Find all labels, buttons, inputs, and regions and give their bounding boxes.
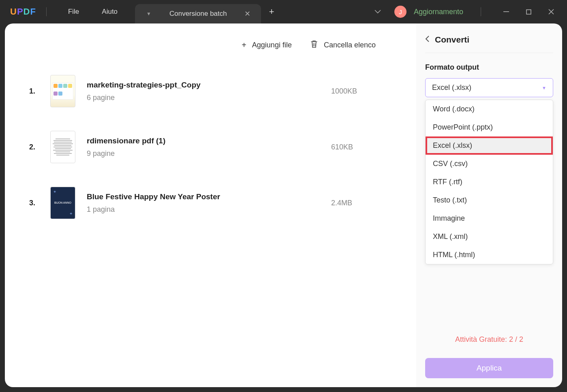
format-option-rtf[interactable]: RTF (.rtf) xyxy=(426,173,553,191)
file-info: rdimensionare pdf (1) 9 pagine xyxy=(87,136,320,158)
chevron-down-icon[interactable] xyxy=(368,8,387,15)
file-list-panel: + Aggiungi file Cancella elenco 1. xyxy=(5,23,416,387)
file-name: Blue Festive Happy New Year Poster xyxy=(87,192,320,201)
file-thumbnail: BUON ANNO xyxy=(50,187,75,219)
maximize-button[interactable] xyxy=(521,9,536,15)
file-size: 610KB xyxy=(331,143,392,151)
titlebar-right: J Aggiornamento xyxy=(368,6,559,18)
apply-button[interactable]: Applica xyxy=(425,358,553,378)
svg-rect-1 xyxy=(526,10,531,14)
format-option-powerpoint[interactable]: PowerPoint (.pptx) xyxy=(426,118,553,136)
plus-icon: + xyxy=(242,40,246,50)
file-number: 1. xyxy=(29,87,39,96)
svg-rect-0 xyxy=(503,11,509,12)
file-actions: + Aggiungi file Cancella elenco xyxy=(29,40,392,51)
menu-help[interactable]: Aiuto xyxy=(90,8,129,16)
new-tab-button[interactable]: + xyxy=(269,6,274,17)
format-option-html[interactable]: HTML (.html) xyxy=(426,246,553,264)
file-info: marketing-strategies-ppt_Copy 6 pagine xyxy=(87,81,320,102)
app-logo: UPDF xyxy=(10,6,36,17)
file-pages: 9 pagine xyxy=(87,149,320,158)
add-file-label: Aggiungi file xyxy=(252,41,292,49)
file-list: 1. marketing-strategies-ppt_Copy 6 pagin… xyxy=(29,75,392,219)
format-option-image[interactable]: Immagine xyxy=(426,209,553,228)
selected-format: Excel (.xlsx) xyxy=(432,83,471,92)
tab-batch-conversion[interactable]: ▼ Conversione batch ✕ xyxy=(135,4,261,23)
clear-list-button[interactable]: Cancella elenco xyxy=(310,40,376,51)
format-label: Formato output xyxy=(425,63,553,72)
add-file-button[interactable]: + Aggiungi file xyxy=(242,40,292,51)
titlebar: UPDF File Aiuto ▼ Conversione batch ✕ + … xyxy=(0,0,567,23)
list-item[interactable]: 3. BUON ANNO Blue Festive Happy New Year… xyxy=(29,187,392,219)
close-window-button[interactable] xyxy=(543,9,559,15)
panel-header: Converti xyxy=(425,35,553,53)
file-number: 2. xyxy=(29,143,39,151)
update-label[interactable]: Aggiornamento xyxy=(414,8,463,16)
divider xyxy=(46,7,47,16)
divider xyxy=(481,7,481,16)
format-option-xml[interactable]: XML (.xml) xyxy=(426,228,553,246)
format-option-word[interactable]: Word (.docx) xyxy=(426,100,553,118)
list-item[interactable]: 2. rdimensionare pdf (1) 9 pagine 610KB xyxy=(29,131,392,163)
clear-list-label: Cancella elenco xyxy=(324,41,376,49)
tab-label: Conversione batch xyxy=(161,10,235,18)
trash-icon xyxy=(310,40,318,51)
file-pages: 6 pagine xyxy=(87,94,320,102)
panel-title: Converti xyxy=(435,35,469,45)
convert-panel: Converti Formato output Excel (.xlsx) ▼ … xyxy=(416,23,562,387)
back-chevron-icon[interactable] xyxy=(425,36,429,44)
file-thumbnail xyxy=(50,75,75,107)
main-content: + Aggiungi file Cancella elenco 1. xyxy=(0,23,567,392)
file-thumbnail xyxy=(50,131,75,163)
menu-file[interactable]: File xyxy=(57,8,90,16)
avatar[interactable]: J xyxy=(394,6,407,18)
file-name: rdimensionare pdf (1) xyxy=(87,136,320,145)
format-option-excel[interactable]: Excel (.xlsx) xyxy=(426,136,553,155)
file-number: 3. xyxy=(29,199,39,207)
caret-down-icon: ▼ xyxy=(542,85,546,90)
file-pages: 1 pagina xyxy=(87,205,320,214)
file-size: 2.4MB xyxy=(331,199,392,207)
file-info: Blue Festive Happy New Year Poster 1 pag… xyxy=(87,192,320,214)
output-format-select[interactable]: Excel (.xlsx) ▼ xyxy=(425,78,553,97)
format-dropdown: Word (.docx) PowerPoint (.pptx) Excel (.… xyxy=(425,100,553,264)
format-option-csv[interactable]: CSV (.csv) xyxy=(426,155,553,173)
format-option-text[interactable]: Testo (.txt) xyxy=(426,191,553,209)
quota-text: Attività Gratuite: 2 / 2 xyxy=(425,335,553,344)
tab-dropdown-icon[interactable]: ▼ xyxy=(146,11,151,17)
file-name: marketing-strategies-ppt_Copy xyxy=(87,81,320,89)
list-item[interactable]: 1. marketing-strategies-ppt_Copy 6 pagin… xyxy=(29,75,392,107)
close-icon[interactable]: ✕ xyxy=(241,9,254,18)
minimize-button[interactable] xyxy=(499,11,514,12)
file-size: 1000KB xyxy=(331,87,392,96)
